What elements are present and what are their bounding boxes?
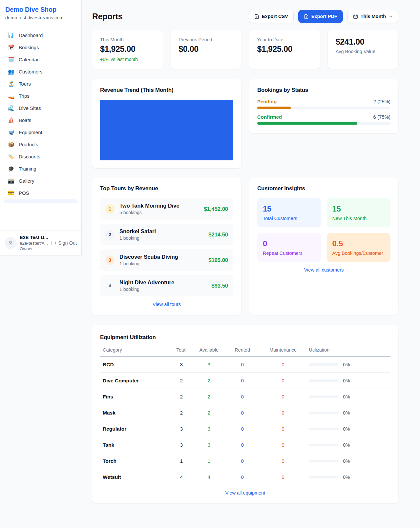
status-bar-fill: [257, 122, 357, 125]
dive-mask-icon: 🤿: [8, 130, 14, 135]
file-download-icon: [254, 14, 259, 19]
utilization-bar: [309, 476, 338, 478]
cell-category: Dive Computer: [100, 373, 170, 389]
table-row: Torch 1 1 0 0 0%: [100, 453, 390, 469]
sidebar-item-pos[interactable]: 💳 POS: [4, 187, 77, 199]
status-label: Pending: [257, 99, 277, 104]
stat-card-previous-period: Previous Period $0.00: [171, 30, 241, 69]
stat-value: $241.00: [336, 37, 390, 47]
sidebar-item-dashboard[interactable]: 📊 Dashboard: [4, 29, 77, 41]
view-all-equipment-link[interactable]: View all equipment: [100, 490, 390, 496]
chevron-down-icon: [388, 14, 393, 19]
view-all-customers-link[interactable]: View all customers: [257, 267, 390, 273]
status-row-pending: Pending 2 (25%): [257, 99, 390, 109]
cell-total: 4: [170, 469, 193, 485]
utilization-bar: [309, 460, 338, 462]
period-dropdown[interactable]: This Month: [347, 10, 398, 23]
sidebar-item-training[interactable]: 🎓 Training: [4, 163, 77, 175]
stat-label: Year to Date: [257, 37, 312, 42]
cell-maintenance: 0: [260, 373, 306, 389]
sidebar-item-customers[interactable]: 👥 Customers: [4, 66, 77, 78]
stat-value: $1,925.00: [100, 44, 155, 54]
sidebar-item-equipment[interactable]: 🤿 Equipment: [4, 126, 77, 138]
sidebar-item-label: Products: [19, 142, 38, 147]
col-total: Total: [170, 343, 193, 357]
sidebar-item-label: Training: [19, 166, 36, 172]
cell-maintenance: 0: [260, 421, 306, 437]
utilization-bar: [309, 379, 338, 382]
table-row: Mask 2 2 0 0 0%: [100, 405, 390, 421]
sidebar-item-trips[interactable]: 🚤 Trips: [4, 90, 77, 102]
cell-available: 2: [193, 405, 225, 421]
sidebar-item-bookings[interactable]: 📅 Bookings: [4, 41, 77, 53]
utilization-bar: [309, 428, 338, 430]
sidebar-item-dive-sites[interactable]: 🌊 Dive Sites: [4, 102, 77, 114]
tile-label: Avg Bookings/Customer: [332, 251, 385, 256]
stat-label: This Month: [100, 37, 155, 42]
sidebar-item-tours[interactable]: 🏝️ Tours: [4, 78, 77, 90]
utilization-bar: [309, 363, 338, 366]
sidebar-item-label: Discounts: [19, 154, 40, 159]
tour-row: 3 Discover Scuba Diving 1 booking $165.0…: [100, 249, 233, 271]
status-bar-track: [257, 107, 390, 109]
rank-badge: 4: [105, 281, 115, 290]
tour-bookings: 1 booking: [119, 287, 207, 292]
tour-name: Discover Scuba Diving: [119, 254, 203, 260]
cell-maintenance: 0: [260, 389, 306, 405]
tile-avg-bookings-customer: 0.5 Avg Bookings/Customer: [327, 233, 391, 262]
cell-rented: 0: [225, 389, 260, 405]
cell-category: Wetsuit: [100, 469, 170, 485]
cell-available: 3: [193, 421, 225, 437]
utilization-bar: [309, 444, 338, 446]
view-all-tours-link[interactable]: View all tours: [100, 302, 233, 307]
revenue-trend-title: Revenue Trend (This Month): [100, 87, 233, 93]
sidebar-item-boats[interactable]: ⛵ Boats: [4, 114, 77, 126]
table-row: BCD 3 3 0 0 0%: [100, 357, 390, 373]
sign-out-button[interactable]: Sign Out: [51, 240, 77, 246]
user-info: E2E Test U... e2e-tester@... Owner: [20, 235, 48, 251]
utilization-percent: 0%: [343, 378, 350, 383]
cell-maintenance: 0: [260, 469, 306, 485]
table-row: Tank 3 3 0 0 0%: [100, 437, 390, 453]
stat-card-this-month: This Month $1,925.00 +0% vs last month: [92, 30, 163, 69]
tile-label: Total Customers: [263, 216, 316, 221]
tour-row: 4 Night Dive Adventure 1 booking $93.50: [100, 275, 233, 296]
sidebar-item-discounts[interactable]: 🏷️ Discounts: [4, 151, 77, 163]
stat-card-avg-booking-value: $241.00 Avg Booking Value: [328, 30, 398, 69]
cell-category: Mask: [100, 405, 170, 421]
tour-name: Snorkel Safari: [119, 228, 203, 234]
stat-value: $1,925.00: [257, 44, 312, 54]
col-category: Category: [100, 343, 170, 357]
export-pdf-label: Export PDF: [311, 14, 337, 19]
tour-bookings: 1 booking: [119, 235, 203, 241]
cell-total: 2: [170, 373, 193, 389]
sidebar-item-partial-highlight[interactable]: [4, 199, 77, 203]
export-csv-button[interactable]: Export CSV: [249, 10, 294, 23]
person-icon: [8, 240, 13, 246]
table-row: Dive Computer 2 2 0 0 0%: [100, 373, 390, 389]
export-pdf-button[interactable]: Export PDF: [298, 10, 343, 23]
col-maintenance: Maintenance: [260, 343, 306, 357]
avatar: [5, 237, 16, 249]
sidebar-item-calendar[interactable]: 🗓️ Calendar: [4, 53, 77, 66]
equipment-table: Category Total Available Rented Maintena…: [100, 343, 390, 485]
revenue-trend-card: Revenue Trend (This Month): [92, 79, 241, 168]
cell-maintenance: 0: [260, 453, 306, 469]
shop-name: Demo Dive Shop: [5, 6, 76, 13]
stat-card-year-to-date: Year to Date $1,925.00: [249, 30, 320, 69]
sidebar-item-label: Equipment: [19, 130, 42, 135]
period-label: This Month: [361, 14, 386, 19]
tour-rows: 1 Two Tank Morning Dive 5 bookings $1,45…: [100, 198, 233, 296]
cell-rented: 0: [225, 373, 260, 389]
col-rented: Rented: [225, 343, 260, 357]
tour-amount: $1,452.00: [204, 206, 228, 212]
rank-badge: 3: [105, 255, 115, 265]
sidebar-item-gallery[interactable]: 📸 Gallery: [4, 175, 77, 187]
shop-domain: demo.test.divestreams.com: [5, 15, 76, 20]
revenue-trend-bar: [100, 100, 233, 160]
utilization-percent: 0%: [343, 410, 350, 416]
stat-value: $0.00: [178, 44, 233, 54]
sidebar-item-products[interactable]: 📦 Products: [4, 138, 77, 151]
top-tours-card: Top Tours by Revenue 1 Two Tank Morning …: [92, 177, 241, 315]
bookings-by-status-card: Bookings by Status Pending 2 (25%) Confi…: [249, 79, 398, 133]
